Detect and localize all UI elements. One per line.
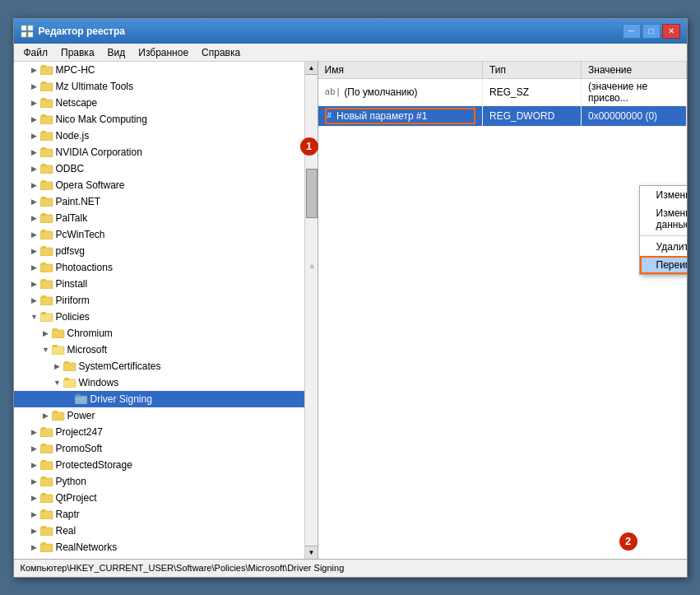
tree-label: Project247 (56, 426, 103, 438)
tree-item-qtproject[interactable]: ▶ QtProject (14, 490, 304, 506)
context-menu-change-binary[interactable]: Изменить двоичные данные... (640, 204, 687, 234)
expand-icon: ▶ (29, 295, 40, 306)
tree-item-pdfsvg[interactable]: ▶ pdfsvg (14, 243, 304, 259)
tree-label: Mz Ultimate Tools (56, 81, 133, 92)
tree-item-raptr[interactable]: ▶ Raptr (14, 506, 304, 523)
tree-item-syscert[interactable]: ▶ SystemCertificates (14, 358, 304, 374)
tree-scrollbar[interactable]: ▲ ≡ ▼ (304, 62, 318, 559)
tree-item-realnetworks[interactable]: ▶ RealNetworks (14, 539, 304, 555)
maximize-button[interactable]: □ (642, 24, 661, 39)
menu-edit[interactable]: Правка (54, 45, 101, 59)
folder-icon (63, 360, 76, 372)
svg-rect-37 (53, 328, 58, 331)
svg-rect-61 (41, 526, 46, 528)
context-menu-change[interactable]: Изменить... (640, 186, 687, 204)
tree-label: PalTalk (56, 212, 88, 224)
tree-item-opera[interactable]: ▶ Opera Software (14, 177, 304, 193)
tree-item-paintnet[interactable]: ▶ Paint.NET (14, 193, 304, 210)
tree-label: Photoactions (56, 262, 113, 273)
folder-icon (40, 146, 53, 158)
tree-label: ODBC (56, 163, 85, 174)
tree-label: Node.js (56, 130, 90, 142)
context-menu-rename[interactable]: Переименовать (640, 256, 687, 274)
tree-item-mpc-hc[interactable]: ▶ MPC-HC (14, 62, 304, 78)
tree-item-reasoft[interactable]: ▶ ReaSoft (14, 555, 304, 559)
menu-favorites[interactable]: Избранное (132, 45, 195, 59)
context-menu-delete[interactable]: Удалить (640, 238, 687, 256)
scroll-up-arrow[interactable]: ▲ (305, 62, 318, 75)
folder-icon-open (40, 311, 53, 323)
svg-rect-21 (41, 197, 46, 199)
tree-item-nvidia[interactable]: ▶ NVIDIA Corporation (14, 144, 304, 160)
tree-item-promosoft[interactable]: ▶ PromoSoft (14, 440, 304, 457)
tree-item-chromium[interactable]: ▶ Chromium (14, 325, 304, 342)
menu-file[interactable]: Файл (17, 45, 55, 59)
minimize-button[interactable]: ─ (623, 24, 641, 39)
context-menu: Изменить... Изменить двоичные данные... … (639, 185, 687, 275)
reg-name-cell-new: # Новый параметр #1 (318, 105, 483, 126)
tree-item-protectedstorage[interactable]: ▶ ProtectedStorage (14, 457, 304, 473)
context-menu-separator (640, 235, 687, 236)
tree-item-piriform[interactable]: ▶ Piriform (14, 292, 304, 309)
tree-label: Power (67, 410, 95, 421)
tree-label: Raptr (56, 509, 80, 520)
tree-label: NVIDIA Corporation (56, 146, 142, 158)
expand-icon: ▼ (29, 311, 40, 323)
tree-item-real[interactable]: ▶ Real (14, 523, 304, 539)
tree-item-driversigning[interactable]: Driver Signing (14, 391, 304, 407)
table-row-new-param[interactable]: # Новый параметр #1 REG_DWORD 0x00000000… (318, 105, 687, 126)
reg-value: (значение не присво... (582, 78, 687, 105)
tree-label: Driver Signing (90, 393, 152, 405)
svg-rect-10 (40, 116, 53, 124)
svg-rect-8 (40, 100, 53, 108)
tree-item-python[interactable]: ▶ Python (14, 473, 304, 490)
folder-icon (40, 509, 53, 520)
svg-rect-63 (41, 542, 46, 545)
svg-rect-20 (40, 198, 53, 207)
svg-rect-39 (53, 345, 58, 347)
close-button[interactable]: ✕ (662, 24, 680, 39)
tree-label: Windows (79, 377, 119, 388)
expand-icon: ▼ (52, 377, 63, 388)
tree-item-nodejs[interactable]: ▶ Node.js (14, 128, 304, 144)
svg-rect-23 (41, 213, 46, 216)
scroll-down-arrow[interactable]: ▼ (305, 546, 318, 559)
tree-item-pinstall[interactable]: ▶ Pinstall (14, 276, 304, 292)
scroll-grip: ≡ (310, 263, 314, 271)
tree-item-policies[interactable]: ▼ Policies (14, 309, 304, 325)
tree-item-project247[interactable]: ▶ Project247 (14, 424, 304, 440)
tree-item-pcwintech[interactable]: ▶ PcWinTech (14, 226, 304, 243)
table-row[interactable]: ab| (По умолчанию) REG_SZ (значение не п… (318, 78, 687, 105)
expand-icon: ▶ (29, 64, 40, 76)
folder-icon (40, 130, 53, 142)
tree-label: pdfsvg (56, 245, 85, 257)
main-area: ▶ MPC-HC ▶ Mz Ultimate Tools ▶ (14, 62, 687, 559)
svg-rect-19 (41, 180, 46, 183)
tree-item-mztools[interactable]: ▶ Mz Ultimate Tools (14, 78, 304, 95)
tree-item-photoactions[interactable]: ▶ Photoactions (14, 259, 304, 276)
expand-icon: ▶ (29, 542, 40, 553)
svg-rect-44 (75, 396, 87, 404)
scroll-thumb[interactable] (306, 169, 318, 218)
reg-value-new: 0x00000000 (0) (582, 105, 687, 126)
tree-panel[interactable]: ▶ MPC-HC ▶ Mz Ultimate Tools ▶ (14, 62, 318, 559)
svg-rect-14 (40, 149, 53, 157)
svg-rect-40 (63, 363, 76, 371)
right-panel: Имя Тип Значение ab| (По умолчанию) (318, 62, 687, 559)
tree-item-nicomak[interactable]: ▶ Nico Mak Computing (14, 111, 304, 128)
tree-item-windows[interactable]: ▼ Windows (14, 374, 304, 391)
folder-icon-selected (75, 393, 88, 405)
tree-item-paltalk[interactable]: ▶ PalTalk (14, 210, 304, 226)
tree-item-power[interactable]: ▶ Power (14, 407, 304, 424)
expand-icon: ▶ (29, 114, 40, 125)
tree-item-netscape[interactable]: ▶ Netscape (14, 95, 304, 111)
tree-item-microsoft[interactable]: ▼ Microsoft (14, 342, 304, 358)
menu-help[interactable]: Справка (195, 45, 247, 59)
tree-item-odbc[interactable]: ▶ ODBC (14, 160, 304, 177)
dword-icon: # (327, 111, 332, 120)
expand-icon: ▶ (29, 443, 40, 454)
folder-icon (40, 245, 53, 257)
menu-view[interactable]: Вид (101, 45, 132, 59)
folder-icon-open (63, 377, 76, 388)
reg-name: (По умолчанию) (344, 86, 417, 98)
